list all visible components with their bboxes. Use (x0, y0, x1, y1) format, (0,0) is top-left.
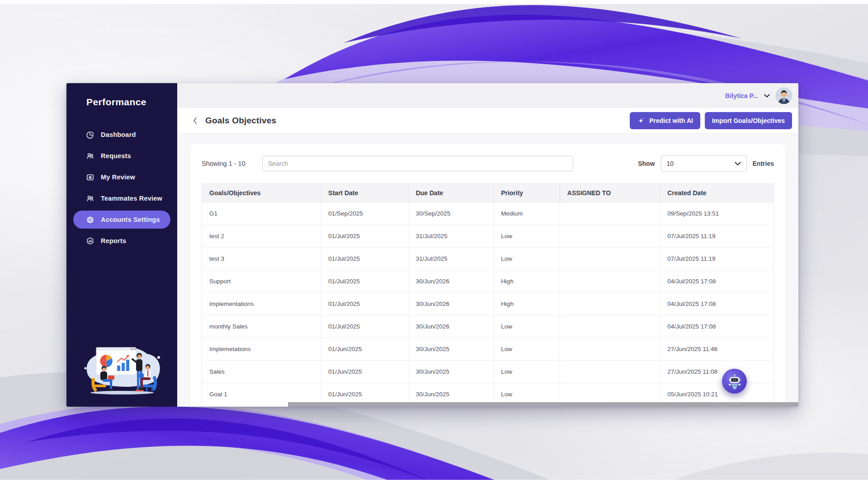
sidebar-item-teammates-review[interactable]: Teammates Review (73, 189, 170, 207)
chevron-left-icon[interactable] (193, 117, 197, 124)
sidebar-item-label: My Review (101, 174, 135, 181)
cell-created_date: 07/Jul/2025 11:19 (660, 225, 774, 248)
cell-created_date: 04/Jul/2025 17:08 (660, 293, 774, 315)
cell-priority: Low (494, 338, 560, 361)
user-menu-name[interactable]: Bilytica P... (725, 92, 758, 99)
sidebar-item-my-review[interactable]: My Review (73, 168, 170, 186)
cell-goal: monthly Sales (202, 315, 321, 338)
sparkle-icon (637, 117, 646, 125)
cell-goal: test 3 (202, 248, 321, 270)
cell-due_date: 30/Jun/2025 (408, 338, 493, 361)
top-user-bar: Bilytica P... (177, 83, 798, 108)
show-label: Show (638, 160, 655, 167)
goals-table-body: G101/Sep/202530/Sep/2025Medium09/Sep/202… (202, 202, 774, 406)
cell-due_date: 30/Jun/2026 (408, 293, 493, 315)
predict-with-ai-label: Predict with AI (649, 117, 693, 124)
cell-priority: Low (494, 248, 560, 270)
cell-priority: Low (494, 225, 560, 248)
user-avatar[interactable] (776, 88, 792, 104)
horizontal-scrollbar[interactable] (288, 402, 798, 407)
entries-select-value: 10 (667, 160, 674, 167)
cell-goal: implementations (202, 293, 321, 315)
pie-chart-icon (86, 131, 94, 139)
bottom-white-edge (0, 480, 868, 488)
cell-due_date: 30/Sep/2025 (408, 202, 493, 225)
column-header-due: Due Date (408, 184, 493, 202)
sidebar-item-requests[interactable]: Requests (73, 147, 170, 165)
chat-assistant-button[interactable] (722, 369, 747, 394)
cell-due_date: 30/Jun/2025 (408, 361, 493, 383)
cell-start_date: 01/Jul/2025 (321, 270, 409, 293)
header-row: Goals/Objectives Start Date Due Date Pri… (202, 184, 774, 202)
predict-with-ai-button[interactable]: Predict with AI (630, 112, 700, 129)
column-header-assigned: ASSIGNED TO (560, 184, 660, 202)
sidebar: Performance Dashboard Requests (66, 83, 177, 407)
cell-created_date: 27/Jun/2025 11:08 (660, 361, 774, 383)
entries-label: Entries (753, 160, 774, 167)
cell-priority: Low (494, 315, 560, 338)
content-area: Showing 1 - 10 Show 10 Entries Goals/Obj… (177, 134, 798, 407)
table-row[interactable]: Support01/Jul/202530/Jun/2026High04/Jul/… (202, 270, 774, 293)
goals-card: Showing 1 - 10 Show 10 Entries Goals/Obj… (190, 144, 786, 407)
sidebar-item-label: Accounts Settings (101, 216, 160, 223)
chevron-down-icon[interactable] (762, 92, 772, 99)
cell-start_date: 01/Jul/2025 (321, 225, 409, 248)
cell-created_date: 27/Jun/2025 11:46 (660, 338, 774, 361)
sidebar-item-reports[interactable]: Reports (73, 232, 170, 250)
entries-select[interactable]: 10 (661, 155, 747, 172)
column-header-priority: Priority (494, 184, 560, 202)
cell-assigned_to (560, 225, 660, 248)
cell-assigned_to (560, 293, 660, 315)
table-toolbar: Showing 1 - 10 Show 10 Entries (202, 155, 774, 172)
sidebar-item-dashboard[interactable]: Dashboard (73, 126, 170, 144)
column-header-goals: Goals/Objectives (202, 184, 321, 202)
cell-start_date: 01/Sep/2025 (321, 202, 409, 225)
cell-goal: test 2 (202, 225, 321, 248)
brand-logo: Performance (66, 83, 177, 108)
cell-goal: Implemetations (202, 338, 321, 361)
cell-assigned_to (560, 248, 660, 270)
cell-priority: Low (494, 361, 560, 383)
cell-goal: Sales (202, 361, 321, 383)
table-row[interactable]: implementations01/Jul/202530/Jun/2026Hig… (202, 293, 774, 315)
sidebar-item-accounts-settings[interactable]: Accounts Settings (73, 211, 170, 229)
sidebar-item-label: Dashboard (101, 131, 136, 138)
cell-due_date: 30/Jun/2026 (408, 270, 493, 293)
cell-due_date: 31/Jul/2025 (408, 225, 493, 248)
cell-start_date: 01/Jun/2025 (321, 361, 409, 383)
cell-created_date: 04/Jul/2025 17:08 (660, 270, 774, 293)
cell-start_date: 01/Jun/2025 (321, 338, 409, 361)
framed-star-icon (86, 173, 94, 182)
people-icon (86, 194, 94, 203)
table-row[interactable]: test 201/Jul/202531/Jul/2025Low07/Jul/20… (202, 225, 774, 248)
table-row[interactable]: Sales01/Jun/202530/Jun/2025Low27/Jun/202… (202, 361, 774, 383)
chevron-down-icon (735, 162, 741, 166)
hexagon-chart-icon (86, 237, 94, 245)
cell-assigned_to (560, 361, 660, 383)
table-row[interactable]: test 301/Jul/202531/Jul/2025Low07/Jul/20… (202, 248, 774, 270)
cell-due_date: 31/Jul/2025 (408, 248, 493, 270)
cell-assigned_to (560, 202, 660, 225)
cell-start_date: 01/Jul/2025 (321, 293, 409, 315)
goals-table: Goals/Objectives Start Date Due Date Pri… (202, 183, 774, 406)
sidebar-item-label: Requests (101, 152, 131, 160)
cell-priority: High (494, 270, 560, 293)
column-header-start: Start Date (321, 184, 409, 202)
import-goals-button[interactable]: Import Goals/Objectives (705, 112, 792, 129)
table-row[interactable]: G101/Sep/202530/Sep/2025Medium09/Sep/202… (202, 202, 774, 225)
table-row[interactable]: Implemetations01/Jun/202530/Jun/2025Low2… (202, 338, 774, 361)
table-row[interactable]: monthly Sales01/Jul/202530/Jun/2026Low04… (202, 315, 774, 338)
cell-assigned_to (560, 338, 660, 361)
main-panel: Bilytica P... Goals Objectives (177, 83, 798, 407)
cell-start_date: 01/Jul/2025 (321, 315, 409, 338)
showing-range-label: Showing 1 - 10 (202, 160, 247, 167)
sidebar-menu: Dashboard Requests My Review (66, 126, 177, 250)
cell-created_date: 04/Jul/2025 17:08 (660, 315, 774, 338)
import-goals-label: Import Goals/Objectives (712, 117, 785, 124)
app-window: Performance Dashboard Requests (66, 83, 798, 407)
sidebar-item-label: Reports (101, 237, 126, 244)
column-header-created: Created Date (660, 184, 774, 202)
goals-table-head: Goals/Objectives Start Date Due Date Pri… (202, 184, 774, 202)
search-input[interactable] (262, 156, 573, 171)
robot-icon (726, 373, 743, 390)
